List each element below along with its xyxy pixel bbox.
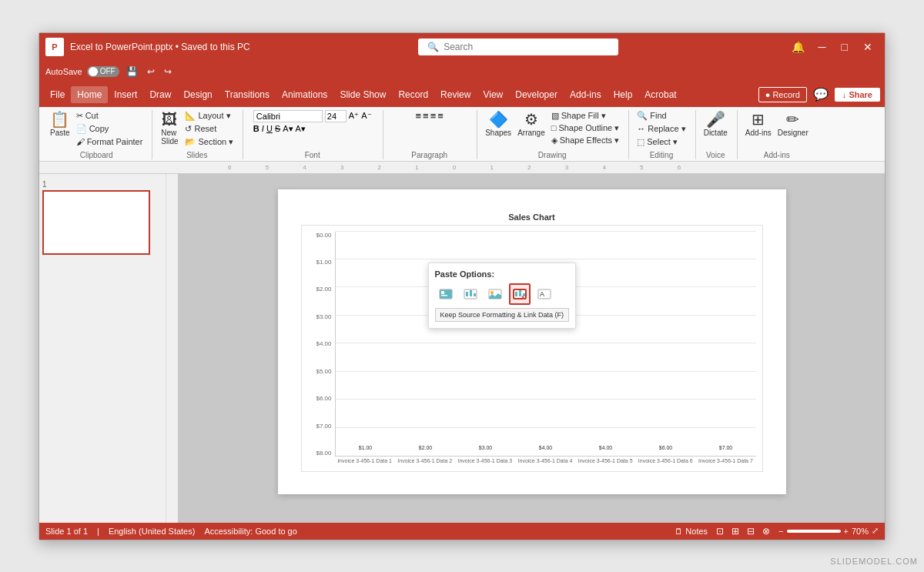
statusbar-right: 🗒 Notes ⊡ ⊞ ⊟ ⊗ − + 70% ⤢ — [675, 525, 879, 537]
format-painter-button[interactable]: 🖌 Format Painter — [73, 136, 146, 147]
svg-rect-1 — [441, 291, 444, 294]
minimize-button[interactable]: ─ — [812, 38, 832, 56]
fit-button[interactable]: ⤢ — [872, 526, 879, 536]
new-slide-icon: 🖼 — [162, 112, 177, 127]
paste-option-3[interactable] — [484, 283, 506, 305]
zoom-in-button[interactable]: + — [844, 527, 849, 536]
svg-rect-5 — [470, 290, 472, 296]
menu-addins[interactable]: Add-ins — [564, 86, 608, 103]
watermark: SLIDEMODEL.COM — [830, 557, 918, 566]
italic-button[interactable]: I — [262, 124, 264, 133]
menu-record[interactable]: Record — [392, 86, 434, 103]
close-button[interactable]: ✕ — [857, 38, 879, 56]
window-title: Excel to PowerPoint.pptx • Saved to this… — [70, 42, 250, 52]
search-input[interactable] — [444, 42, 609, 52]
menu-design[interactable]: Design — [177, 86, 218, 103]
statusbar: Slide 1 of 1 | English (United States) A… — [39, 523, 885, 540]
clipboard-label: Clipboard — [80, 149, 113, 159]
font-name-input[interactable] — [253, 110, 323, 122]
align-right-button[interactable]: ≡ — [430, 110, 437, 122]
shape-fill-button[interactable]: ▧ Shape Fill ▾ — [548, 110, 622, 122]
ribbon-group-paragraph: ≡ ≡ ≡ ≡ Paragraph — [385, 110, 477, 159]
font-color-button[interactable]: A▾ — [283, 124, 293, 134]
menu-animations[interactable]: Animations — [276, 86, 333, 103]
undo-icon[interactable]: ↩ — [145, 65, 157, 79]
reset-button[interactable]: ↺ Reset — [182, 123, 236, 135]
search-box[interactable]: 🔍 — [418, 38, 618, 55]
paste-option-4[interactable] — [509, 283, 531, 305]
addins-button[interactable]: ⊞ Add-ins — [742, 110, 775, 139]
find-button[interactable]: 🔍 Find — [634, 110, 688, 122]
designer-button[interactable]: ✏ Designer — [775, 110, 812, 139]
paste-option-2[interactable] — [460, 283, 481, 305]
notification-icon[interactable]: 🔔 — [787, 38, 809, 56]
highlight-button[interactable]: A▾ — [296, 124, 306, 134]
paste-option-5[interactable]: A — [534, 283, 555, 305]
replace-button[interactable]: ↔ Replace ▾ — [634, 123, 688, 135]
zoom-slider[interactable] — [787, 530, 841, 533]
chart-wrapper: Sales Chart $8.00 $7.00 $6.00 $5.00 $4.0… — [301, 212, 763, 475]
ribbon-group-voice: 🎤 Dictate Voice — [698, 110, 738, 159]
underline-button[interactable]: U — [266, 124, 273, 133]
arrange-button[interactable]: ⚙ Arrange — [514, 110, 548, 139]
section-button[interactable]: 📂 Section ▾ — [182, 136, 236, 148]
zoom-level: 70% — [852, 527, 869, 536]
strikethrough-button[interactable]: S — [275, 124, 280, 133]
new-slide-button[interactable]: 🖼 NewSlide — [157, 110, 182, 147]
dictate-button[interactable]: 🎤 Dictate — [701, 110, 731, 139]
addins-icon: ⊞ — [752, 112, 765, 127]
autosave-toggle[interactable]: OFF — [87, 66, 119, 77]
copy-button[interactable]: 📄 Copy — [73, 123, 146, 135]
share-button[interactable]: ↓ Share — [835, 88, 880, 102]
autosave-label: AutoSave — [45, 67, 82, 76]
zoom-control: − + 70% ⤢ — [778, 526, 879, 536]
notes-button[interactable]: 🗒 Notes — [675, 527, 708, 536]
normal-view-button[interactable]: ⊡ — [714, 525, 726, 537]
menubar-right: ● Record 💬 ↓ Share — [758, 85, 880, 103]
menu-file[interactable]: File — [44, 86, 71, 103]
cut-button[interactable]: ✂ Cut — [73, 110, 146, 122]
paste-button[interactable]: 📋 Paste — [47, 110, 73, 139]
menu-slideshow[interactable]: Slide Show — [333, 86, 392, 103]
paste-option-1[interactable] — [435, 283, 457, 305]
paste-icon: 📋 — [50, 112, 69, 127]
paste-options-title: Paste Options: — [435, 269, 570, 279]
zoom-out-button[interactable]: − — [778, 527, 783, 536]
redo-icon[interactable]: ↪ — [162, 65, 174, 79]
slide-thumbnail[interactable] — [42, 190, 150, 255]
dictate-icon: 🎤 — [706, 112, 725, 127]
toggle-text: OFF — [98, 67, 118, 75]
select-button[interactable]: ⬚ Select ▾ — [634, 136, 688, 148]
menu-developer[interactable]: Developer — [509, 86, 564, 103]
menu-review[interactable]: Review — [434, 86, 477, 103]
comment-button[interactable]: 💬 — [810, 85, 832, 103]
bar-label-2: $2.00 — [419, 445, 433, 450]
font-shrink-button[interactable]: A⁻ — [361, 111, 371, 121]
font-size-input[interactable] — [325, 110, 346, 122]
menu-draw[interactable]: Draw — [143, 86, 177, 103]
menu-help[interactable]: Help — [608, 86, 639, 103]
font-grow-button[interactable]: A⁺ — [349, 111, 359, 121]
menu-acrobat[interactable]: Acrobat — [638, 86, 682, 103]
menu-view[interactable]: View — [477, 86, 509, 103]
menu-home[interactable]: Home — [71, 86, 108, 103]
reading-view-button[interactable]: ⊟ — [745, 525, 757, 537]
canvas-area: Sales Chart $8.00 $7.00 $6.00 $5.00 $4.0… — [179, 174, 885, 523]
align-left-button[interactable]: ≡ — [416, 110, 422, 122]
menu-insert[interactable]: Insert — [108, 86, 143, 103]
record-button[interactable]: ● Record — [758, 87, 807, 102]
shape-outline-button[interactable]: □ Shape Outline ▾ — [548, 122, 622, 134]
shapes-button[interactable]: 🔷 Shapes — [482, 110, 514, 139]
menu-transitions[interactable]: Transitions — [219, 86, 276, 103]
bold-button[interactable]: B — [253, 124, 259, 133]
save-icon[interactable]: 💾 — [124, 65, 140, 79]
slideshow-button[interactable]: ⊗ — [760, 525, 772, 537]
layout-button[interactable]: 📐 Layout ▾ — [182, 110, 236, 122]
y-axis: $8.00 $7.00 $6.00 $5.00 $4.00 $3.00 $2.0… — [308, 232, 335, 457]
slide-sorter-button[interactable]: ⊞ — [729, 525, 742, 537]
slide-canvas[interactable]: Sales Chart $8.00 $7.00 $6.00 $5.00 $4.0… — [278, 189, 786, 494]
maximize-button[interactable]: □ — [835, 38, 854, 56]
align-center-button[interactable]: ≡ — [423, 110, 429, 122]
justify-button[interactable]: ≡ — [437, 110, 444, 122]
shape-effects-button[interactable]: ◈ Shape Effects ▾ — [548, 135, 622, 146]
